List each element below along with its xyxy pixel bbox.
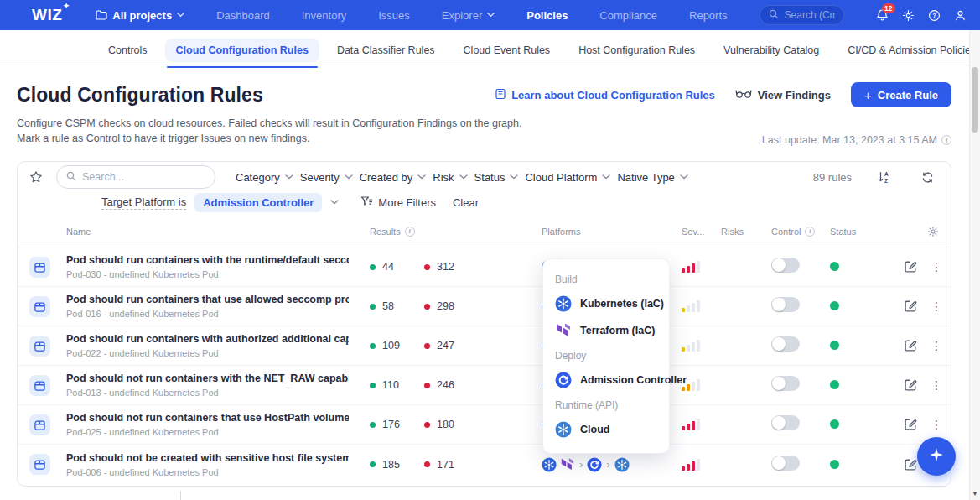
svg-text:A: A xyxy=(884,171,889,177)
chevron-down-icon[interactable] xyxy=(330,200,339,205)
clear-filters-button[interactable]: Clear xyxy=(453,196,479,209)
rule-subtitle: Pod-030 - undefined Kubernetes Pod xyxy=(66,269,349,279)
col-results[interactable]: Resultsi xyxy=(360,227,416,237)
filter-dropdown-cloud-platform[interactable]: Cloud Platform xyxy=(525,171,610,184)
table-row[interactable]: Pod should not run containers that use H… xyxy=(18,405,951,445)
rule-name[interactable]: Pod should run containers that use allow… xyxy=(66,294,349,306)
kubernetes-icon[interactable] xyxy=(542,457,557,472)
nav-item-explorer[interactable]: Explorer xyxy=(442,9,495,22)
filter-dropdown-risk[interactable]: Risk xyxy=(433,171,467,184)
popover-item-cloud[interactable]: Cloud xyxy=(555,416,657,443)
terraform-icon[interactable] xyxy=(560,457,575,472)
filter-chip-value[interactable]: Admission Controller xyxy=(194,193,322,212)
sparkle-icon: ✦ xyxy=(63,2,70,10)
wiz-logo[interactable]: WIZ✦ xyxy=(32,6,62,24)
col-severity[interactable]: Sev... xyxy=(674,227,714,237)
row-menu-icon[interactable]: ⋮ xyxy=(931,340,942,352)
filter-dropdown-native-type[interactable]: Native Type xyxy=(617,171,687,184)
row-menu-icon[interactable]: ⋮ xyxy=(931,261,942,273)
col-control[interactable]: Controli xyxy=(756,227,818,237)
popover-item-terraform-iac-[interactable]: Terraform (IaC) xyxy=(555,317,657,344)
filter-dropdown-status[interactable]: Status xyxy=(474,171,519,184)
edit-icon[interactable] xyxy=(904,458,917,471)
table-row[interactable]: Pod should run containers that use allow… xyxy=(18,287,951,326)
control-toggle[interactable] xyxy=(771,297,800,312)
sort-icon[interactable]: AZ xyxy=(877,170,891,184)
nav-item-compliance[interactable]: Compliance xyxy=(599,9,657,22)
global-search-input[interactable] xyxy=(785,9,835,21)
tab-controls[interactable]: Controls xyxy=(97,39,158,62)
nav-item-all-projects[interactable]: All projects xyxy=(96,9,184,22)
edit-icon[interactable] xyxy=(904,260,917,273)
col-status[interactable]: Status xyxy=(818,227,872,237)
rule-name[interactable]: Pod should run containers with authorize… xyxy=(66,333,349,346)
control-toggle[interactable] xyxy=(771,415,800,430)
scrollbar-thumb[interactable] xyxy=(972,67,978,133)
popover-item-kubernetes-iac-[interactable]: Kubernetes (IaC) xyxy=(555,290,657,317)
edit-icon[interactable] xyxy=(904,299,917,313)
global-search[interactable] xyxy=(760,5,844,25)
col-name[interactable]: Name xyxy=(66,227,360,237)
cloud-icon[interactable] xyxy=(614,457,630,472)
more-filters-button[interactable]: More Filters xyxy=(360,195,436,209)
rule-name[interactable]: Pod should not run containers with the N… xyxy=(66,372,349,385)
control-toggle[interactable] xyxy=(771,456,800,471)
nav-item-policies[interactable]: Policies xyxy=(526,9,568,22)
row-menu-icon[interactable]: ⋮ xyxy=(931,379,942,391)
scrollbar-arrow-icon[interactable]: ▼ xyxy=(970,490,980,497)
filter-dropdown-category[interactable]: Category xyxy=(236,171,293,184)
help-icon[interactable]: ? xyxy=(928,9,941,22)
rules-search-input[interactable] xyxy=(82,171,205,183)
favorite-star-icon[interactable] xyxy=(29,170,43,184)
tab-cloud-configuration-rules[interactable]: Cloud Configuration Rules xyxy=(165,39,319,62)
notification-badge: 12 xyxy=(882,3,895,13)
table-row[interactable]: Pod should run containers with authorize… xyxy=(18,326,951,366)
rules-search[interactable] xyxy=(56,165,215,189)
table-row[interactable]: Pod should not be created with sensitive… xyxy=(18,445,951,484)
platforms-cell[interactable]: ›› xyxy=(533,457,674,472)
filter-dropdown-severity[interactable]: Severity xyxy=(300,171,353,184)
nav-item-issues[interactable]: Issues xyxy=(378,9,410,22)
assistant-fab-button[interactable] xyxy=(917,437,956,476)
rule-name[interactable]: Pod should not run containers that use H… xyxy=(66,412,349,424)
control-toggle[interactable] xyxy=(771,258,800,273)
status-dot xyxy=(830,262,839,271)
control-toggle[interactable] xyxy=(771,336,800,352)
pass-dot xyxy=(370,461,376,467)
notifications-bell-icon[interactable]: 12 xyxy=(876,8,889,22)
fail-dot xyxy=(424,383,430,388)
refresh-icon[interactable] xyxy=(921,171,934,184)
nav-item-reports[interactable]: Reports xyxy=(689,9,728,22)
row-menu-icon[interactable]: ⋮ xyxy=(931,300,942,312)
view-findings-button[interactable]: View Findings xyxy=(735,88,831,102)
admission-controller-icon[interactable] xyxy=(587,457,602,472)
tab-ci-cd-admission-policies[interactable]: CI/CD & Admission Policies xyxy=(837,39,980,62)
tab-vulnerability-catalog[interactable]: Vulnerability Catalog xyxy=(713,39,830,62)
table-row[interactable]: Pod should run containers with the runti… xyxy=(18,247,951,287)
table-row[interactable]: Pod should not run containers with the N… xyxy=(18,366,951,405)
rule-name[interactable]: Pod should not be created with sensitive… xyxy=(66,452,349,465)
status-dot xyxy=(830,419,839,429)
popover-item-admission-controller[interactable]: Admission Controller xyxy=(555,367,657,393)
rule-name[interactable]: Pod should run containers with the runti… xyxy=(66,254,349,267)
col-risks[interactable]: Risks xyxy=(714,227,756,237)
user-profile-icon[interactable] xyxy=(954,9,967,22)
table-settings-gear-icon[interactable] xyxy=(872,226,939,237)
nav-item-inventory[interactable]: Inventory xyxy=(302,9,346,22)
settings-gear-icon[interactable] xyxy=(902,9,915,22)
info-icon: i xyxy=(405,227,415,237)
filter-dropdown-created-by[interactable]: Created by xyxy=(360,171,427,184)
edit-icon[interactable] xyxy=(904,339,917,352)
tab-cloud-event-rules[interactable]: Cloud Event Rules xyxy=(453,39,562,62)
row-menu-icon[interactable]: ⋮ xyxy=(931,419,942,430)
nav-item-dashboard[interactable]: Dashboard xyxy=(216,9,270,22)
page-scrollbar[interactable]: ▼ xyxy=(969,30,980,500)
learn-link[interactable]: Learn about Cloud Configuration Rules xyxy=(495,88,715,102)
tab-data-classifier-rules[interactable]: Data Classifier Rules xyxy=(326,39,446,62)
edit-icon[interactable] xyxy=(904,418,917,431)
col-platforms[interactable]: Platforms xyxy=(533,227,674,237)
tab-host-configuration-rules[interactable]: Host Configuration Rules xyxy=(568,39,706,62)
create-rule-button[interactable]: + Create Rule xyxy=(851,82,951,107)
edit-icon[interactable] xyxy=(904,378,917,392)
control-toggle[interactable] xyxy=(771,376,800,391)
